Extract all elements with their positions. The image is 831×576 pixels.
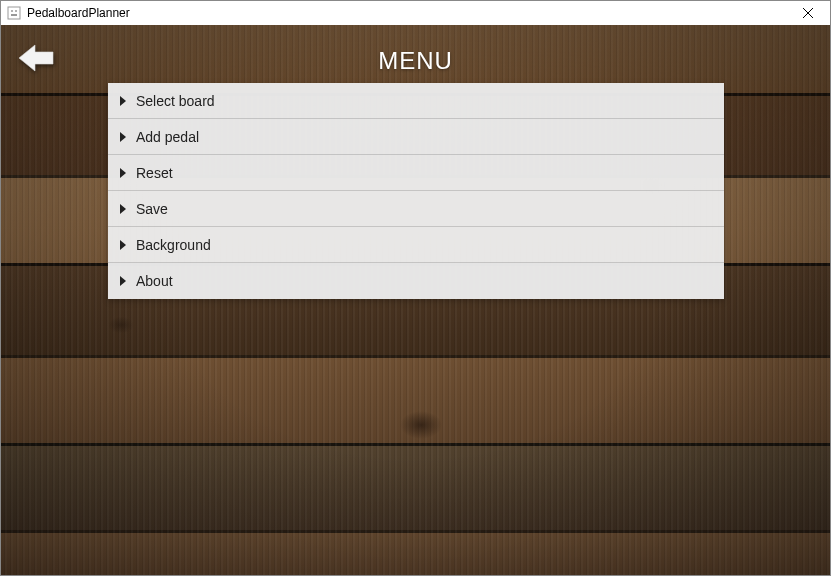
menu-item-label: Save [136, 201, 168, 217]
menu-item-label: Reset [136, 165, 173, 181]
app-icon [7, 6, 21, 20]
close-icon [803, 8, 813, 18]
close-button[interactable] [786, 1, 830, 25]
svg-rect-3 [11, 14, 17, 16]
menu-item-add-pedal[interactable]: Add pedal [108, 119, 724, 155]
svg-marker-12 [120, 276, 126, 286]
svg-point-2 [15, 10, 17, 12]
menu-item-background[interactable]: Background [108, 227, 724, 263]
menu-item-save[interactable]: Save [108, 191, 724, 227]
chevron-right-icon [118, 95, 132, 107]
menu-item-label: Select board [136, 93, 215, 109]
svg-point-1 [11, 10, 13, 12]
menu-item-reset[interactable]: Reset [108, 155, 724, 191]
svg-marker-7 [120, 96, 126, 106]
menu-item-about[interactable]: About [108, 263, 724, 299]
chevron-right-icon [118, 275, 132, 287]
app-content: MENU Select board Add pedal Reset [1, 25, 830, 575]
svg-marker-10 [120, 204, 126, 214]
chevron-right-icon [118, 239, 132, 251]
menu-item-label: Add pedal [136, 129, 199, 145]
chevron-right-icon [118, 203, 132, 215]
menu-panel: Select board Add pedal Reset Save [108, 83, 724, 299]
menu-item-select-board[interactable]: Select board [108, 83, 724, 119]
svg-marker-9 [120, 168, 126, 178]
window-title: PedalboardPlanner [27, 6, 130, 20]
svg-rect-0 [8, 7, 20, 19]
menu-item-label: Background [136, 237, 211, 253]
page-title: MENU [1, 47, 830, 75]
menu-item-label: About [136, 273, 173, 289]
chevron-right-icon [118, 131, 132, 143]
titlebar: PedalboardPlanner [1, 1, 830, 25]
svg-marker-8 [120, 132, 126, 142]
app-window: PedalboardPlanner MENU Select board [0, 0, 831, 576]
svg-marker-11 [120, 240, 126, 250]
chevron-right-icon [118, 167, 132, 179]
